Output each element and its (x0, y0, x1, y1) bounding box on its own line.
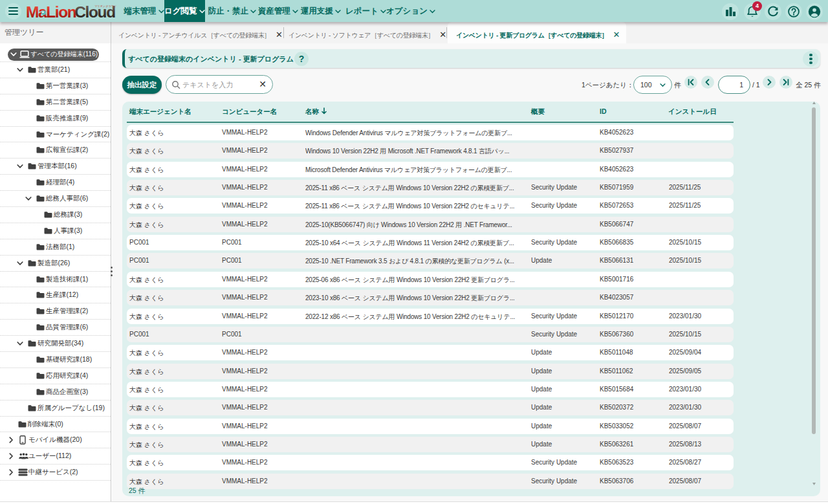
svg-text:マリオンクラウド: マリオンクラウド (94, 5, 116, 8)
svg-text:MaLion: MaLion (26, 3, 76, 21)
